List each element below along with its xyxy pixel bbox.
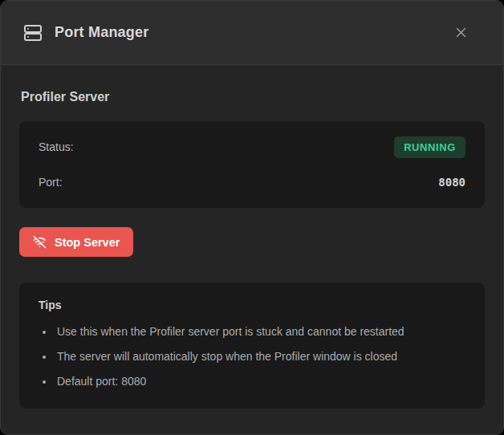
dialog-body: Profiler Server Status: RUNNING Port: 80… <box>1 90 503 409</box>
close-icon[interactable] <box>451 22 471 43</box>
port-label: Port: <box>39 176 63 189</box>
section-heading: Profiler Server <box>21 90 483 104</box>
wifi-off-icon <box>33 235 47 249</box>
title-bar: Port Manager <box>1 1 503 65</box>
tips-card: Tips Use this when the Profiler server p… <box>19 283 485 409</box>
tip-item: The server will automatically stop when … <box>55 350 465 364</box>
stop-server-label: Stop Server <box>55 236 120 249</box>
tip-item: Default port: 8080 <box>55 375 465 388</box>
port-value: 8080 <box>438 176 465 189</box>
status-row: Status: RUNNING <box>39 139 465 155</box>
port-row: Port: 8080 <box>39 174 465 190</box>
status-badge: RUNNING <box>394 136 465 158</box>
tip-item: Use this when the Profiler server port i… <box>55 325 465 339</box>
tips-heading: Tips <box>39 299 465 311</box>
tips-list: Use this when the Profiler server port i… <box>39 325 465 388</box>
server-icon <box>23 23 43 43</box>
dialog-title: Port Manager <box>55 24 148 41</box>
stop-server-button[interactable]: Stop Server <box>19 227 133 257</box>
status-label: Status: <box>39 140 74 153</box>
status-card: Status: RUNNING Port: 8080 <box>19 121 485 208</box>
port-manager-dialog: Port Manager Profiler Server Status: RUN… <box>0 0 504 435</box>
